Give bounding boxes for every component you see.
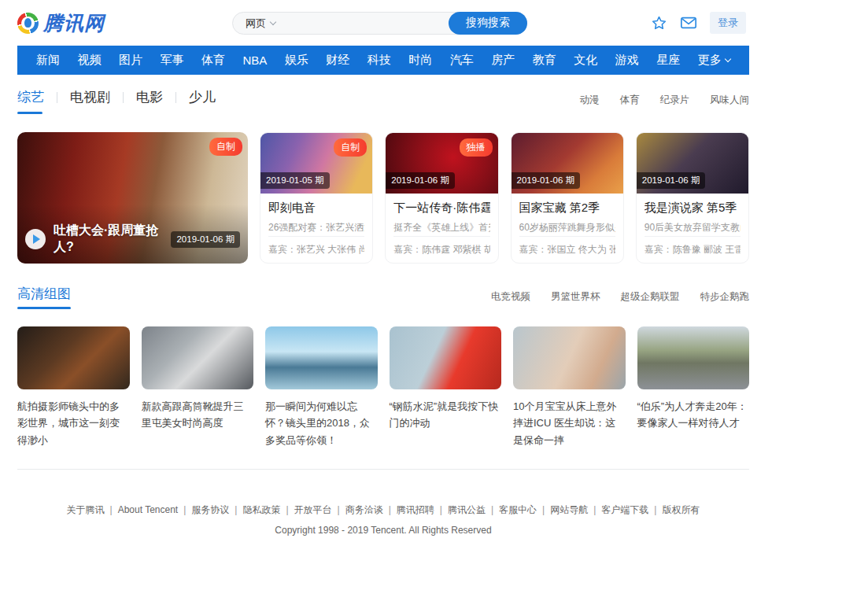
photo-thumbnail-baby-hospital [513,326,626,389]
photo-card[interactable]: 10个月宝宝从床上意外摔进ICU 医生却说：这是保命一摔 [513,326,626,448]
search-scope-label: 网页 [246,17,266,31]
category-subnav: 综艺 电视剧 电影 少儿 动漫 体育 纪录片 风味人间 [17,88,749,112]
video-card[interactable]: 独播 2019-01-06 期 下一站传奇·陈伟霆激动 挺齐全《英雄上线》首秀 … [385,132,498,264]
self-produced-badge: 自制 [209,138,242,156]
nav-item-military[interactable]: 军事 [161,53,184,68]
nav-item-nba[interactable]: NBA [243,53,268,67]
copyright-text: Copyright 1998 - 2019 Tencent. All Right… [17,525,749,536]
tab-separator [175,92,176,103]
photo-thumbnail-aerial-city [17,326,130,389]
tab-kids[interactable]: 少儿 [189,88,216,112]
gallery-section-title[interactable]: 高清组图 [17,285,71,309]
video-title: 即刻电音 [268,201,364,216]
tab-tv-series[interactable]: 电视剧 [70,88,110,112]
nav-item-auto[interactable]: 汽车 [450,53,474,68]
video-title: 国家宝藏 第2季 [519,201,615,216]
footer-link-privacy[interactable]: 隐私政策 [229,504,280,515]
header-actions: 登录 [650,0,746,46]
footer-link-about[interactable]: 关于腾讯 [67,504,105,515]
tab-movies[interactable]: 电影 [136,88,163,112]
nav-item-house[interactable]: 房产 [491,53,515,68]
link-anime[interactable]: 动漫 [580,94,600,107]
nav-item-finance[interactable]: 财经 [326,53,349,68]
photo-thumbnail-lake-scenery [265,326,378,389]
nav-item-pictures[interactable]: 图片 [119,53,142,68]
nav-item-tech[interactable]: 科技 [368,53,391,68]
footer-link-business[interactable]: 商务洽谈 [332,504,383,515]
video-title: 我是演说家 第5季 [645,201,741,216]
tab-separator [123,92,124,103]
nav-item-entertainment[interactable]: 娱乐 [285,53,308,68]
mail-icon[interactable] [680,14,697,31]
video-subtitle: 60岁杨丽萍跳舞身形似少女 [519,221,615,234]
self-produced-badge: 自制 [334,138,367,157]
footer-divider [17,469,749,470]
link-sports[interactable]: 体育 [620,94,640,107]
category-tabs: 综艺 电视剧 电影 少儿 [17,88,216,112]
photo-caption: 新款高跟高筒靴提升三里屯美女时尚高度 [142,398,254,432]
episode-date: 2019-01-06 期 [386,172,455,189]
footer-link-sitemap[interactable]: 网站导航 [537,504,588,515]
photo-card[interactable]: “伯乐”为人才奔走20年：要像家人一样对待人才 [637,326,750,448]
video-card[interactable]: 2019-01-06 期 国家宝藏 第2季 60岁杨丽萍跳舞身形似少女 嘉宾：张… [511,132,624,264]
video-thumbnail: 自制 2019-01-05 期 [260,133,372,194]
nav-item-sports[interactable]: 体育 [201,53,225,68]
exclusive-badge: 独播 [460,138,493,157]
link-penguin-run[interactable]: 特步企鹅跑 [700,290,750,304]
link-flavor-world[interactable]: 风味人间 [710,94,749,107]
search-input[interactable] [283,13,449,34]
subnav-right-links: 动漫 体育 纪录片 风味人间 [580,94,750,107]
photo-thumbnail-red-building [390,326,502,389]
link-documentary[interactable]: 纪录片 [660,94,690,107]
photo-card[interactable]: 新款高跟高筒靴提升三里屯美女时尚高度 [142,326,254,448]
search-button[interactable]: 搜狗搜索 [449,12,527,35]
footer-link-terms[interactable]: 服务协议 [178,504,229,515]
chevron-down-icon [725,56,731,62]
video-guests: 嘉宾：张艺兴 大张伟 尚雯婕 [268,236,364,263]
gallery-right-links: 电竞视频 男篮世界杯 超级企鹅联盟 特步企鹅跑 [491,290,749,304]
tab-variety-shows[interactable]: 综艺 [17,88,44,112]
hero-video-card[interactable]: 自制 吐槽大会·跟周董抢人? 2019-01-06 期 [17,132,248,264]
photo-thumbnail-street-fashion [142,326,254,389]
link-basketball-worldcup[interactable]: 男篮世界杯 [551,290,600,304]
footer-link-service-center[interactable]: 客服中心 [486,504,537,515]
nav-item-games[interactable]: 游戏 [615,53,639,68]
video-thumbnail: 独播 2019-01-06 期 [386,133,497,194]
play-icon[interactable] [25,229,46,249]
link-super-penguin-league[interactable]: 超级企鹅联盟 [621,290,680,304]
video-thumbnail: 2019-01-06 期 [512,133,623,194]
nav-item-video[interactable]: 视频 [78,53,102,68]
footer-link-copyright[interactable]: 版权所有 [648,504,700,515]
photo-card[interactable]: 那一瞬间为何难以忘怀？镜头里的2018，众多奖品等你领！ [265,326,378,448]
nav-item-education[interactable]: 教育 [533,53,556,68]
video-guests: 嘉宾：陈鲁豫 郦波 王雷 [645,236,741,263]
footer-link-charity[interactable]: 腾讯公益 [434,504,486,515]
favorite-star-icon[interactable] [650,14,667,31]
search-bar: 网页 搜狗搜索 [232,12,527,35]
nav-item-fashion[interactable]: 时尚 [408,53,432,68]
episode-date: 2019-01-06 期 [512,172,581,189]
photo-card[interactable]: “钢筋水泥”就是我按下快门的冲动 [390,326,502,448]
featured-videos-row: 自制 吐槽大会·跟周董抢人? 2019-01-06 期 自制 2019-01-0… [17,132,749,264]
video-guests: 嘉宾：陈伟霆 邓紫棋 胡海泉 [393,236,489,263]
tencent-logo[interactable]: 腾讯网 [17,10,105,36]
main-nav: 新闻 视频 图片 军事 体育 NBA 娱乐 财经 科技 时尚 汽车 房产 教育 … [17,46,749,75]
login-button[interactable]: 登录 [710,12,746,34]
nav-item-news[interactable]: 新闻 [36,53,60,68]
nav-item-astrology[interactable]: 星座 [656,53,680,68]
link-esports-video[interactable]: 电竞视频 [491,290,530,304]
nav-item-more[interactable]: 更多 [698,53,730,68]
video-card[interactable]: 2019-01-06 期 我是演说家 第5季 90后美女放弃留学支教山村 嘉宾：… [636,132,749,264]
video-card[interactable]: 自制 2019-01-05 期 即刻电音 26强配对赛：张艺兴洒泪现场 嘉宾：张… [260,132,373,264]
footer: 关于腾讯About Tencent服务协议隐私政策开放平台商务洽谈腾讯招聘腾讯公… [17,503,749,536]
chevron-down-icon [270,19,276,25]
footer-link-jobs[interactable]: 腾讯招聘 [383,504,434,515]
footer-link-about-en[interactable]: About Tencent [105,504,179,515]
search-scope-dropdown[interactable]: 网页 [233,17,283,31]
nav-item-culture[interactable]: 文化 [574,53,597,68]
photo-card[interactable]: 航拍摄影师镜头中的多彩世界，城市这一刻变得渺小 [17,326,130,448]
video-guests: 嘉宾：张国立 佟大为 张若昀 [519,236,615,263]
footer-link-open-platform[interactable]: 开放平台 [280,504,331,515]
footer-link-client-download[interactable]: 客户端下载 [588,504,648,515]
photo-gallery-row: 航拍摄影师镜头中的多彩世界，城市这一刻变得渺小 新款高跟高筒靴提升三里屯美女时尚… [17,326,749,448]
